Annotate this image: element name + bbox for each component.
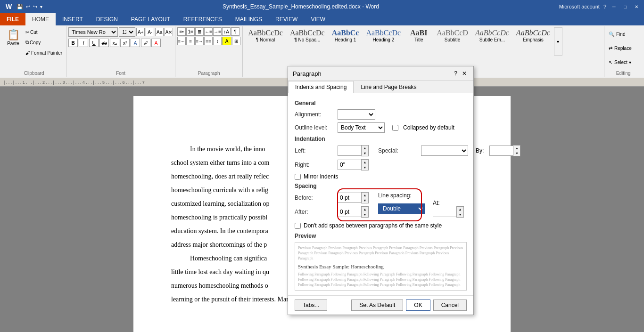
ribbon-tabs: FILE HOME INSERT DESIGN PAGE LAYOUT REFE… (0, 13, 644, 25)
outline-select[interactable]: Body Text (338, 122, 385, 133)
mirror-indents-row: Mirror indents (295, 173, 467, 180)
cut-button[interactable]: ✂ Cut (24, 27, 64, 37)
font-name-select[interactable]: Times New Ro (68, 27, 118, 37)
at-down[interactable]: ▼ (457, 212, 463, 217)
minimize-btn[interactable]: ─ (610, 3, 618, 10)
help-icon[interactable]: ? (603, 4, 606, 9)
font-clear-btn[interactable]: A✕ (165, 28, 173, 36)
before-down[interactable]: ▼ (362, 198, 368, 203)
tab-home[interactable]: HOME (25, 13, 56, 25)
tab-file[interactable]: FILE (0, 13, 25, 25)
font-decrease-btn[interactable]: A- (146, 28, 154, 36)
style-heading2[interactable]: AaBbCcDc Heading 2 (363, 27, 404, 44)
quick-access-save[interactable]: 💾 (17, 4, 23, 10)
numbering-btn[interactable]: 1≡ (186, 27, 195, 36)
copy-button[interactable]: ⧉ Copy (24, 38, 64, 47)
at-input[interactable] (433, 207, 456, 217)
collapsed-checkbox[interactable] (392, 125, 398, 131)
alignment-select[interactable] (338, 109, 375, 120)
special-label: Special: (378, 147, 418, 154)
right-indent-up[interactable]: ▲ (362, 160, 368, 165)
dont-add-space-checkbox[interactable] (295, 223, 301, 229)
after-down[interactable]: ▼ (362, 212, 368, 217)
tab-mailings[interactable]: MAILINGS (229, 13, 269, 25)
find-button[interactable]: 🔍 Find (606, 27, 627, 40)
cancel-button[interactable]: Cancel (433, 300, 467, 311)
style-emphasis[interactable]: AaBbCcDc Emphasis (513, 27, 553, 44)
quick-access-redo[interactable]: ↪ (33, 4, 37, 10)
superscript-button[interactable]: x² (120, 39, 130, 47)
font-case-btn[interactable]: Aa (155, 28, 164, 36)
underline-button[interactable]: U (89, 39, 99, 47)
by-up[interactable]: ▲ (513, 146, 520, 151)
font-color-btn[interactable]: A (151, 39, 161, 47)
dialog-tab-linebreaks[interactable]: Line and Page Breaks (354, 81, 423, 93)
close-btn[interactable]: ✕ (633, 3, 640, 10)
dialog-help-icon[interactable]: ? (454, 70, 457, 77)
tab-review[interactable]: REVIEW (269, 13, 304, 25)
at-up[interactable]: ▲ (457, 207, 463, 212)
ok-button[interactable]: OK (406, 300, 430, 311)
word-icon: W (4, 2, 14, 11)
tab-view[interactable]: VIEW (304, 13, 332, 25)
decrease-indent-btn[interactable]: ←≡ (204, 27, 213, 36)
align-center-btn[interactable]: ≡ (186, 37, 195, 45)
styles-scroll-down[interactable]: ▾ (554, 27, 562, 56)
special-select[interactable] (421, 146, 468, 156)
line-spacing-btn[interactable]: ↕ (213, 37, 222, 45)
multilevel-btn[interactable]: ≣ (195, 27, 204, 36)
shading-btn[interactable]: A (222, 37, 231, 45)
style-no-spacing[interactable]: AaBbCcDc ¶ No Spac... (287, 27, 328, 44)
quick-access-undo[interactable]: ↩ (26, 4, 30, 10)
by-down[interactable]: ▼ (513, 151, 520, 156)
tab-insert[interactable]: INSERT (56, 13, 90, 25)
left-indent-input[interactable] (338, 146, 361, 156)
right-indent-down[interactable]: ▼ (362, 165, 368, 170)
style-subtle-emphasis[interactable]: AaBbCcDc Subtle Em... (472, 27, 512, 44)
style-heading1[interactable]: AaBbCc Heading 1 (329, 27, 363, 44)
border-btn[interactable]: ⊞ (232, 37, 240, 45)
justify-btn[interactable]: ≡≡ (204, 37, 213, 45)
strikethrough-button[interactable]: ab (99, 39, 109, 47)
show-formatting-btn[interactable]: ¶ (231, 27, 239, 36)
style-subtitle[interactable]: AaBbCcD Subtitle (433, 27, 471, 44)
after-input[interactable] (338, 207, 361, 217)
subscript-button[interactable]: x₂ (110, 39, 119, 47)
font-size-select[interactable]: 12 (119, 27, 135, 37)
tab-design[interactable]: DESIGN (90, 13, 124, 25)
tabs-button[interactable]: Tabs... (295, 300, 327, 311)
before-up[interactable]: ▲ (362, 193, 368, 198)
font-increase-btn[interactable]: A+ (136, 28, 145, 36)
account-name[interactable]: Microsoft account (559, 4, 600, 9)
increase-indent-btn[interactable]: →≡ (213, 27, 222, 36)
tab-page-layout[interactable]: PAGE LAYOUT (124, 13, 177, 25)
mirror-indents-checkbox[interactable] (295, 174, 301, 180)
replace-button[interactable]: ⇄ Replace (606, 41, 634, 55)
tab-references[interactable]: REFERENCES (177, 13, 229, 25)
after-label: After: (295, 209, 335, 215)
paste-button[interactable]: 📋 Paste (4, 27, 23, 48)
align-right-btn[interactable]: ≡→ (195, 37, 204, 45)
text-effects-btn[interactable]: A (131, 39, 140, 47)
set-as-default-button[interactable]: Set As Default (351, 300, 403, 311)
format-painter-button[interactable]: 🖌 Format Painter (24, 48, 64, 57)
by-input[interactable] (489, 146, 513, 156)
italic-button[interactable]: I (79, 39, 88, 47)
select-button[interactable]: ↖ Select ▾ (606, 56, 634, 69)
style-normal[interactable]: AaBbCcDc ¶ Normal (245, 27, 286, 44)
bullets-btn[interactable]: ≡• (177, 27, 186, 36)
align-left-btn[interactable]: ≡← (177, 37, 186, 45)
left-indent-down[interactable]: ▼ (362, 151, 368, 156)
dialog-close-button[interactable]: ✕ (460, 69, 469, 78)
right-indent-input[interactable] (338, 160, 361, 170)
line-spacing-select[interactable]: Double Single 1.5 lines At least Exactly… (378, 203, 425, 214)
text-highlight-btn[interactable]: 🖊 (141, 39, 150, 47)
left-indent-up[interactable]: ▲ (362, 146, 368, 151)
before-input[interactable] (338, 193, 361, 203)
dialog-tab-indents[interactable]: Indents and Spacing (288, 81, 354, 93)
style-title[interactable]: AaBI Title (405, 27, 433, 44)
sort-btn[interactable]: ↕A (222, 27, 231, 36)
bold-button[interactable]: B (68, 39, 78, 47)
maximize-btn[interactable]: □ (621, 3, 629, 10)
after-up[interactable]: ▲ (362, 207, 368, 212)
